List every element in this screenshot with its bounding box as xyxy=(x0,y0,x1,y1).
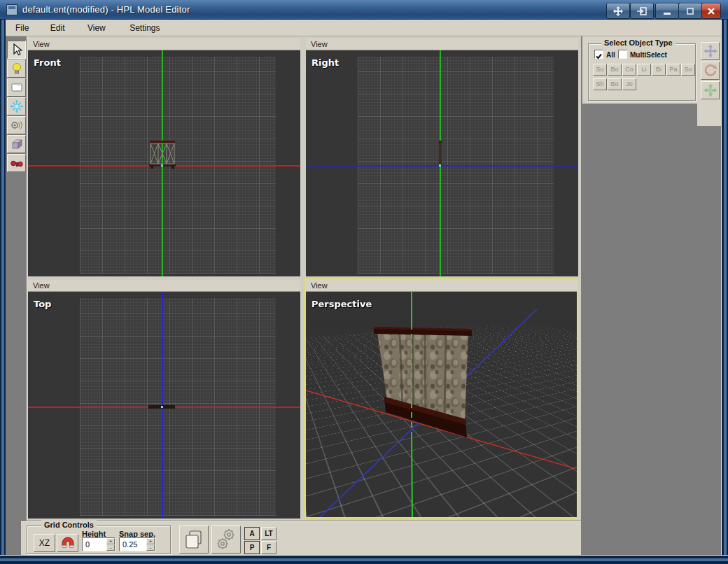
tool-light-button[interactable] xyxy=(7,59,26,78)
restore-icon xyxy=(685,6,696,17)
move-window-button[interactable] xyxy=(606,3,630,19)
snap-spin-down-button[interactable]: - xyxy=(146,544,155,551)
viewport-perspective: View xyxy=(304,279,578,519)
multiselect-checkbox-label: MultiSelect xyxy=(630,51,667,59)
perspective-view-label: Perspective xyxy=(312,299,372,309)
perspective-scene xyxy=(306,292,575,517)
objtype-particle-button[interactable]: Pa xyxy=(666,64,680,76)
all-checkbox-label: All xyxy=(606,51,615,59)
toggle-f-button[interactable]: F xyxy=(261,541,276,554)
titlebar[interactable]: default.ent(modified) - HPL Model Editor xyxy=(0,0,728,20)
objtype-joint-button[interactable]: Jo xyxy=(622,78,636,90)
overlapping-rectangles-icon xyxy=(183,529,204,550)
tool-sound-button[interactable] xyxy=(7,116,26,134)
tool-billboard-button[interactable] xyxy=(7,78,26,97)
viewport-top: View Top xyxy=(28,280,300,519)
all-checkbox[interactable] xyxy=(594,50,603,59)
menubar: File Edit View Settings xyxy=(6,20,721,36)
tool-select-button[interactable] xyxy=(7,41,26,59)
scale-tool-button[interactable] xyxy=(701,81,720,99)
viewport-perspective-header: View xyxy=(306,280,577,292)
scale-icon xyxy=(703,83,718,98)
front-view-label: Front xyxy=(34,57,61,68)
duplicate-button[interactable] xyxy=(179,526,209,554)
minimize-icon xyxy=(662,6,673,17)
objtype-sound-button[interactable]: So xyxy=(681,64,695,76)
viewport-right-header-label: View xyxy=(311,40,328,48)
menu-edit[interactable]: Edit xyxy=(45,22,71,34)
viewport-zone: View Front View Right xyxy=(27,36,581,521)
objtype-submesh-button[interactable]: Su xyxy=(593,64,607,76)
height-spinbox: + - xyxy=(82,537,115,551)
objtype-body-button[interactable]: Bo xyxy=(608,64,622,76)
settings-gears-button[interactable] xyxy=(211,526,241,554)
snap-spin-up-button[interactable]: + xyxy=(146,538,155,544)
billboard-icon xyxy=(10,80,24,94)
right-z-axis xyxy=(306,165,578,167)
restore-button[interactable] xyxy=(678,3,702,19)
height-input[interactable] xyxy=(83,539,108,550)
viewport-front-header-label: View xyxy=(33,40,50,48)
height-spin-down-button[interactable]: - xyxy=(106,544,115,551)
top-view-label: Top xyxy=(34,299,51,309)
sound-icon xyxy=(10,118,24,132)
toggle-p-button[interactable]: P xyxy=(244,541,260,554)
window-border-right xyxy=(721,20,728,564)
send-to-button[interactable] xyxy=(630,3,654,19)
joint-icon xyxy=(10,156,24,170)
viewport-perspective-header-label: View xyxy=(311,281,328,290)
right-view-label: Right xyxy=(312,57,339,68)
toggle-a-button[interactable]: A xyxy=(244,527,260,540)
rotate-tool-button[interactable] xyxy=(701,62,720,80)
objtype-bone-button[interactable]: Bo xyxy=(608,78,622,90)
viewport-front-header: View xyxy=(28,38,300,50)
viewport-top-header-label: View xyxy=(33,281,50,290)
objtype-billboard-button[interactable]: Bi xyxy=(652,64,666,76)
snap-sep-spinbox: + - xyxy=(119,537,155,551)
send-to-icon xyxy=(636,6,648,17)
grid-plane-xz-button[interactable]: XZ xyxy=(34,534,55,552)
window-border-bottom xyxy=(0,555,728,564)
top-origin-marker xyxy=(161,406,163,408)
cursor-icon xyxy=(10,43,24,57)
menu-settings[interactable]: Settings xyxy=(124,22,165,34)
front-viewport-canvas[interactable]: Front xyxy=(28,50,300,276)
close-button[interactable] xyxy=(701,3,721,19)
objtype-collider-button[interactable]: Co xyxy=(622,64,636,76)
objtype-shape-button[interactable]: Sh xyxy=(593,78,607,90)
viewport-right-header: View xyxy=(306,38,578,50)
app-icon xyxy=(6,4,18,15)
minimize-button[interactable] xyxy=(655,3,679,19)
menu-view[interactable]: View xyxy=(82,22,111,34)
window-border-left xyxy=(0,20,6,564)
snap-sep-input[interactable] xyxy=(120,539,148,550)
close-icon xyxy=(706,6,716,16)
height-spin-up-button[interactable]: + xyxy=(106,538,115,544)
checkmark-icon xyxy=(595,52,603,60)
toggle-lt-button[interactable]: LT xyxy=(261,527,276,540)
viewport-top-header: View xyxy=(28,280,300,292)
objtype-light-button[interactable]: Li xyxy=(637,64,651,76)
tool-body-button[interactable] xyxy=(7,135,26,153)
window-title: default.ent(modified) - HPL Model Editor xyxy=(22,4,190,15)
perspective-viewport-canvas[interactable]: Perspective xyxy=(306,292,577,517)
translate-icon xyxy=(703,44,718,59)
right-object-trim xyxy=(439,141,442,143)
menu-file[interactable]: File xyxy=(10,22,34,34)
translate-tool-button[interactable] xyxy=(701,42,720,60)
snap-toggle-button[interactable] xyxy=(57,534,78,552)
multiselect-checkbox[interactable] xyxy=(618,50,627,59)
viewport-right: View Right xyxy=(306,38,578,276)
tool-particle-button[interactable] xyxy=(7,97,26,115)
select-object-type-title: Select Object Type xyxy=(601,38,676,47)
move-arrows-icon xyxy=(612,6,624,17)
cube-icon xyxy=(10,137,24,151)
particle-system-icon xyxy=(10,99,24,113)
rotate-icon xyxy=(704,64,718,78)
top-viewport-canvas[interactable]: Top xyxy=(28,292,300,519)
right-origin-marker xyxy=(439,164,441,167)
right-viewport-canvas[interactable]: Right xyxy=(306,50,578,276)
tool-joint-button[interactable] xyxy=(7,154,26,172)
persp-y-axis-bottom xyxy=(412,432,412,517)
front-origin-marker xyxy=(161,164,163,167)
